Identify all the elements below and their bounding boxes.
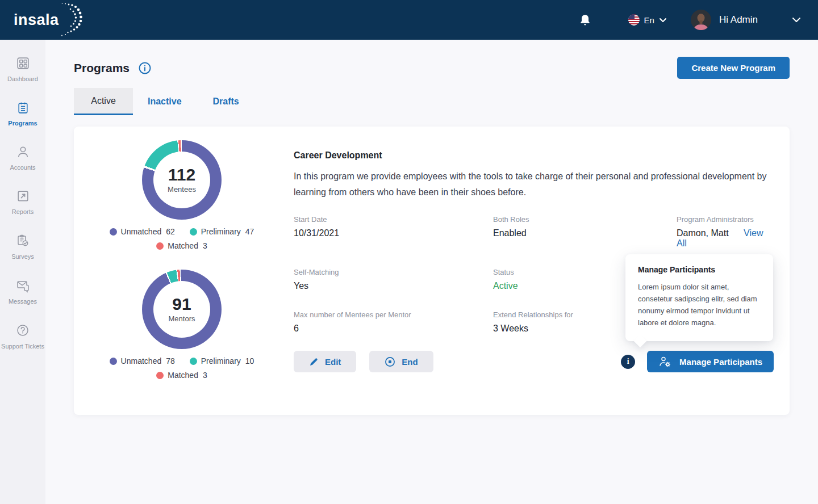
user-menu[interactable]: Hi Admin <box>691 10 758 30</box>
language-label: En <box>644 15 654 25</box>
sidebar-label: Surveys <box>11 253 34 260</box>
detail-program-administrators: Program Administrators Damon, Matt View … <box>677 215 774 249</box>
edit-button[interactable]: Edit <box>294 351 356 372</box>
legend-value: 10 <box>245 356 254 366</box>
tab-active[interactable]: Active <box>74 88 133 115</box>
mentors-donut-center: 91 Mentors <box>153 281 210 338</box>
program-description: In this program we provide employees wit… <box>294 169 774 200</box>
manage-participants-label: Manage Participants <box>679 357 762 367</box>
sidebar-label: Reports <box>12 208 34 215</box>
legend-label: Matched <box>168 371 198 380</box>
legend-item: Preliminary 10 <box>190 356 254 366</box>
messages-icon <box>15 278 31 293</box>
detail-value: Damon, Matt <box>677 228 729 238</box>
sidebar-label: Messages <box>9 298 37 305</box>
language-selector[interactable]: En <box>628 14 667 26</box>
insala-logo[interactable]: insala <box>14 2 85 37</box>
legend-value: 78 <box>166 356 175 366</box>
sidebar-item-accounts[interactable]: Accounts <box>0 138 45 177</box>
topbar-right: En Hi Admin <box>578 10 801 30</box>
preliminary-dot-icon <box>190 358 197 365</box>
mentors-total: 91 <box>172 296 191 313</box>
program-card: 112 Mentees Unmatched 62 Preliminary <box>74 127 790 415</box>
sidebar-item-support-tickets[interactable]: Support Tickets <box>0 317 45 356</box>
notifications-bell-icon[interactable] <box>578 13 592 27</box>
tooltip-title: Manage Participants <box>638 265 761 274</box>
page-header: Programs Create New Program <box>74 57 790 79</box>
sidebar-item-messages[interactable]: Messages <box>0 272 45 311</box>
dashboard-icon <box>16 56 30 70</box>
user-menu-chevron-down-icon[interactable] <box>792 17 801 23</box>
sidebar-label: Support Tickets <box>1 343 44 350</box>
program-name: Career Development <box>294 150 774 161</box>
surveys-icon <box>15 233 30 248</box>
program-actions: Edit End i <box>294 351 774 372</box>
tab-drafts[interactable]: Drafts <box>197 88 256 115</box>
detail-max-mentees: Max number of Mentees per Mentor 6 <box>294 310 493 334</box>
detail-label: Start Date <box>294 215 493 224</box>
detail-label: Self-Matching <box>294 268 493 276</box>
unmatched-dot-icon <box>110 358 117 365</box>
legend-value: 62 <box>166 227 175 236</box>
mentees-legend: Unmatched 62 Preliminary 47 Matched <box>110 227 254 255</box>
legend-value: 3 <box>203 371 207 380</box>
legend-item: Unmatched 62 <box>110 227 175 236</box>
manage-info-icon[interactable]: i <box>621 355 635 369</box>
sidebar-label: Accounts <box>10 164 35 171</box>
detail-both-roles: Both Roles Enabled <box>493 215 677 249</box>
page-title: Programs <box>74 61 130 75</box>
sidebar-item-programs[interactable]: Programs <box>0 94 45 133</box>
detail-value: 10/31/2021 <box>294 228 493 238</box>
sidebar-item-dashboard[interactable]: Dashboard <box>0 50 45 89</box>
support-tickets-icon <box>15 323 30 338</box>
legend-item: Matched 3 <box>156 371 207 380</box>
manage-participants-tooltip: Manage Participants Lorem ipsum dolor si… <box>625 254 773 341</box>
sidebar-label: Programs <box>8 120 37 127</box>
sidebar-item-surveys[interactable]: Surveys <box>0 227 45 266</box>
legend-label: Unmatched <box>121 356 162 366</box>
mentees-total: 112 <box>168 166 195 183</box>
detail-label: Program Administrators <box>677 215 774 224</box>
main-content: Programs Create New Program Active Inact… <box>45 40 818 504</box>
tab-inactive[interactable]: Inactive <box>133 88 197 115</box>
detail-value: Enabled <box>493 228 677 238</box>
legend-value: 47 <box>245 227 254 236</box>
manage-participants-icon <box>658 356 673 368</box>
programs-icon <box>16 100 30 115</box>
legend-label: Preliminary <box>201 227 241 236</box>
legend-item: Matched 3 <box>156 241 207 250</box>
detail-value: 6 <box>294 324 493 334</box>
manage-participants-button[interactable]: Manage Participants <box>647 351 774 372</box>
end-button[interactable]: End <box>369 351 433 372</box>
user-greeting: Hi Admin <box>719 14 758 26</box>
detail-label: Both Roles <box>493 215 677 224</box>
pencil-icon <box>309 357 319 367</box>
create-new-program-button[interactable]: Create New Program <box>677 57 790 79</box>
end-button-label: End <box>402 357 418 367</box>
matched-dot-icon <box>156 372 164 379</box>
mentors-donut-chart: 91 Mentors <box>142 270 222 349</box>
us-flag-icon <box>628 14 640 26</box>
sidebar: Dashboard Programs Accounts <box>0 40 45 504</box>
topbar: insala En <box>0 0 818 40</box>
logo-text: insala <box>14 11 59 29</box>
legend-item: Preliminary 47 <box>190 227 254 236</box>
tooltip-body: Lorem ipsum dolor sit amet, consetetur s… <box>638 281 761 329</box>
edit-button-label: Edit <box>325 357 341 367</box>
mentors-caption: Mentors <box>169 314 195 323</box>
sidebar-item-reports[interactable]: Reports <box>0 183 45 221</box>
page-info-icon[interactable] <box>139 62 151 74</box>
program-charts: 112 Mentees Unmatched 62 Preliminary <box>97 140 267 399</box>
legend-item: Unmatched 78 <box>110 356 175 366</box>
end-icon <box>385 356 395 367</box>
legend-label: Unmatched <box>121 227 162 236</box>
detail-start-date: Start Date 10/31/2021 <box>294 215 493 249</box>
sidebar-label: Dashboard <box>7 75 38 82</box>
mentees-donut-center: 112 Mentees <box>153 152 210 208</box>
reports-icon <box>16 189 30 203</box>
matched-dot-icon <box>156 242 164 250</box>
mentees-donut-chart: 112 Mentees <box>142 140 222 220</box>
tabs: Active Inactive Drafts <box>74 88 790 115</box>
preliminary-dot-icon <box>190 228 197 236</box>
logo-swirl-icon <box>56 2 85 37</box>
